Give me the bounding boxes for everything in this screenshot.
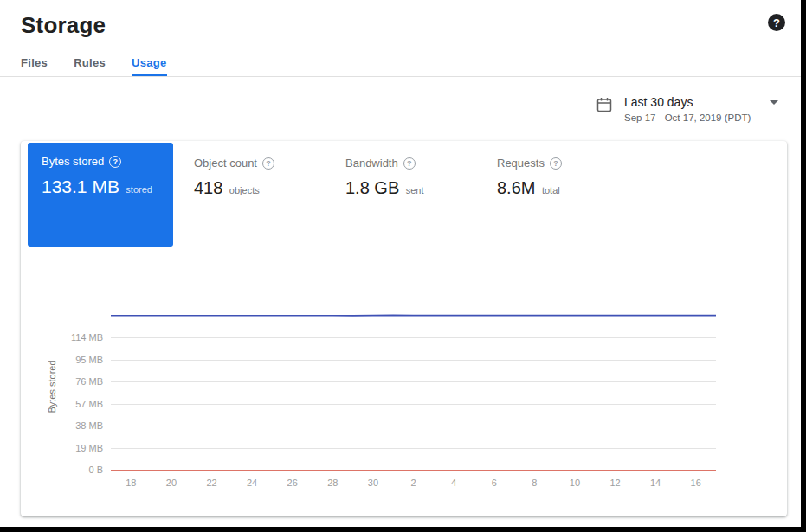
metric-label: Bandwidth ? <box>345 157 455 170</box>
x-tick-label: 6 <box>492 478 497 488</box>
tab-usage[interactable]: Usage <box>132 48 167 76</box>
help-circle-icon[interactable]: ? <box>262 157 274 170</box>
metric-label-text: Bytes stored <box>42 155 104 168</box>
calendar-icon <box>596 97 612 112</box>
y-tick-label: 0 B <box>88 465 103 475</box>
x-tick-label: 20 <box>166 478 177 488</box>
x-tick-label: 22 <box>206 478 216 488</box>
metric-value: 133.1 MB <box>42 176 119 196</box>
x-tick-label: 24 <box>247 478 257 488</box>
x-tick-label: 4 <box>451 478 456 488</box>
x-tick-label: 2 <box>410 478 416 488</box>
y-tick-label: 76 MB <box>75 376 103 387</box>
x-tick-label: 8 <box>532 478 537 488</box>
metric-label: Object count ? <box>194 157 304 170</box>
metric-value: 1.8 GB <box>345 178 399 197</box>
help-circle-icon[interactable]: ? <box>403 157 416 170</box>
usage-card: Bytes stored ? 133.1 MB stored Object co… <box>21 141 787 516</box>
x-tick-label: 16 <box>691 478 701 488</box>
metric-unit: stored <box>126 184 152 195</box>
x-tick-label: 28 <box>327 478 338 488</box>
metric-value-row: 133.1 MB stored <box>42 176 159 197</box>
date-range-label: Last 30 days <box>624 95 770 109</box>
x-tick-label: 30 <box>368 478 378 488</box>
metric-value: 8.6M <box>497 178 535 197</box>
help-circle-icon[interactable]: ? <box>550 157 562 170</box>
tab-files[interactable]: Files <box>21 48 48 76</box>
metric-value-row: 1.8 GB sent <box>345 178 455 198</box>
metric-card-object-count[interactable]: Object count ? 418 objects <box>173 143 325 198</box>
x-tick-label: 12 <box>609 478 620 488</box>
page-header: Storage ? <box>0 0 801 45</box>
metric-unit: objects <box>229 185 260 195</box>
metric-value-row: 418 objects <box>194 178 304 198</box>
metric-unit: sent <box>406 185 424 195</box>
help-button[interactable]: ? <box>768 14 785 31</box>
metric-card-bandwidth[interactable]: Bandwidth ? 1.8 GB sent <box>325 143 476 198</box>
plot-area: 0 B19 MB38 MB57 MB76 MB95 MB114 MB182022… <box>111 303 716 470</box>
chart-series <box>111 303 716 470</box>
question-mark-icon: ? <box>773 16 780 29</box>
help-circle-icon[interactable]: ? <box>109 156 121 168</box>
x-tick-label: 18 <box>126 478 136 488</box>
x-tick-label: 14 <box>650 478 661 488</box>
metric-unit: total <box>542 185 560 195</box>
metric-label-text: Requests <box>497 157 545 170</box>
metric-card-requests[interactable]: Requests ? 8.6M total <box>476 143 628 198</box>
page-title: Storage <box>21 12 780 39</box>
y-tick-label: 38 MB <box>75 420 103 431</box>
metric-card-bytes-stored[interactable]: Bytes stored ? 133.1 MB stored <box>28 143 173 247</box>
metric-label-text: Object count <box>194 157 257 170</box>
date-range-selector[interactable]: Last 30 days Sep 17 - Oct 17, 2019 (PDT) <box>596 95 778 123</box>
y-axis-title: Bytes stored <box>26 303 78 470</box>
date-range-text: Last 30 days Sep 17 - Oct 17, 2019 (PDT) <box>624 95 770 123</box>
metric-label-text: Bandwidth <box>345 157 398 170</box>
tab-rules[interactable]: Rules <box>74 48 106 76</box>
metric-label: Bytes stored ? <box>42 155 159 168</box>
storage-page: Storage ? Files Rules Usage Last 30 days… <box>0 0 801 527</box>
x-tick-label: 26 <box>287 478 298 488</box>
metric-value-row: 8.6M total <box>497 178 607 198</box>
y-axis-title-text: Bytes stored <box>47 360 57 413</box>
tab-bar: Files Rules Usage <box>0 48 801 77</box>
y-tick-label: 57 MB <box>75 399 103 409</box>
metric-value: 418 <box>194 178 222 197</box>
y-tick-label: 114 MB <box>71 332 103 343</box>
y-tick-label: 19 MB <box>75 443 103 453</box>
y-tick-label: 95 MB <box>75 355 103 365</box>
chevron-down-icon[interactable] <box>770 100 778 105</box>
date-range-detail: Sep 17 - Oct 17, 2019 (PDT) <box>624 112 770 123</box>
metric-label: Requests ? <box>497 157 607 170</box>
x-axis-line <box>111 470 716 471</box>
usage-chart: Bytes stored 0 B19 MB38 MB57 MB76 MB95 M… <box>21 279 787 516</box>
x-tick-label: 10 <box>570 478 580 488</box>
series-line <box>111 315 716 316</box>
metric-cards-row: Bytes stored ? 133.1 MB stored Object co… <box>28 143 780 247</box>
